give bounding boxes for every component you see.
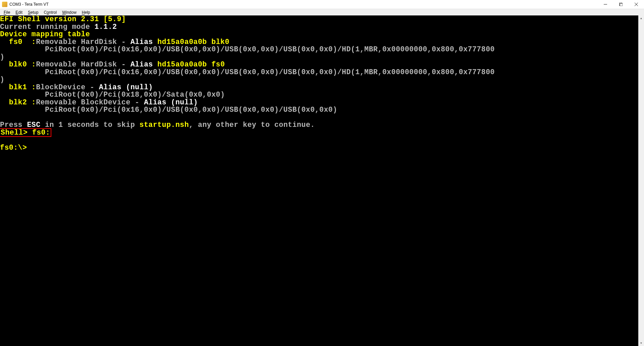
alias-word-2: Alias	[131, 60, 157, 68]
app-icon	[2, 2, 7, 7]
shell-prompt: Shell> fs0:	[1, 129, 50, 137]
window-controls	[598, 0, 644, 9]
highlight-box: Shell> fs0:	[0, 128, 51, 137]
menu-help[interactable]: Help	[80, 10, 93, 15]
terminal-output[interactable]: EFI Shell version 2.31 [5.9]Current runn…	[0, 15, 644, 346]
alias-word-3: Alias	[99, 83, 126, 91]
fs0-path: PciRoot(0x0)/Pci(0x16,0x0)/USB(0x0,0x0)/…	[0, 45, 495, 53]
blk1-path: PciRoot(0x0)/Pci(0x18,0x0)/Sata(0x0,0x0)	[0, 91, 225, 99]
menu-edit[interactable]: Edit	[13, 10, 25, 15]
blk1-desc: BlockDevice -	[36, 83, 99, 91]
alias-word-4: Alias	[144, 98, 171, 106]
mode-value: 1.1.2	[94, 23, 117, 31]
scroll-up-icon[interactable]: ▲	[638, 15, 644, 21]
menubar: File Edit Setup Control Window Help	[0, 9, 644, 15]
svg-rect-2	[620, 3, 623, 6]
close-button[interactable]	[629, 0, 644, 9]
window-title: COM3 - Tera Term VT	[9, 2, 49, 7]
blk2-name: blk2 :	[0, 98, 36, 106]
press-2: in 1 seconds to skip	[41, 121, 140, 129]
blk2-path: PciRoot(0x0)/Pci(0x16,0x0)/USB(0x0,0x0)/…	[0, 106, 337, 114]
titlebar-left: COM3 - Tera Term VT	[2, 2, 49, 7]
menu-control[interactable]: Control	[41, 10, 59, 15]
menu-setup[interactable]: Setup	[26, 10, 41, 15]
scrollbar[interactable]: ▲ ▼	[638, 15, 644, 346]
blk1-alias: (null)	[126, 83, 153, 91]
blk0-desc: Removable HardDisk -	[36, 60, 130, 68]
press-3: , any other key to continue.	[189, 121, 315, 129]
mode-label: Current running mode	[0, 23, 94, 31]
menu-window[interactable]: Window	[60, 10, 79, 15]
terminal-wrap: EFI Shell version 2.31 [5.9]Current runn…	[0, 15, 644, 346]
blk0-name: blk0 :	[0, 60, 36, 68]
fs0-desc: Removable HardDisk -	[36, 38, 130, 46]
fs0-alias: hd15a0a0a0b blk0	[157, 38, 229, 46]
blk2-desc: Removable BlockDevice -	[36, 98, 144, 106]
paren-close-2: )	[0, 76, 4, 84]
maximize-button[interactable]	[613, 0, 629, 9]
blk2-alias: (null)	[171, 98, 198, 106]
esc-key: ESC	[27, 121, 40, 129]
mapping-header: Device mapping table	[0, 30, 90, 38]
blk0-alias: hd15a0a0a0b fs0	[157, 60, 225, 68]
minimize-button[interactable]	[598, 0, 613, 9]
press-1: Press	[0, 121, 27, 129]
menu-file[interactable]: File	[1, 10, 12, 15]
titlebar[interactable]: COM3 - Tera Term VT	[0, 0, 644, 9]
fs0-name: fs0 :	[0, 38, 36, 46]
blk0-path: PciRoot(0x0)/Pci(0x16,0x0)/USB(0x0,0x0)/…	[0, 68, 495, 76]
fs0-prompt: fs0:\>	[0, 144, 27, 152]
blk1-name: blk1 :	[0, 83, 36, 91]
paren-close-1: )	[0, 53, 4, 61]
alias-word: Alias	[131, 38, 157, 46]
scroll-down-icon[interactable]: ▼	[638, 340, 644, 346]
efi-version: EFI Shell version 2.31 [5.9]	[0, 15, 126, 23]
startup-nsh: startup.nsh	[140, 121, 189, 129]
